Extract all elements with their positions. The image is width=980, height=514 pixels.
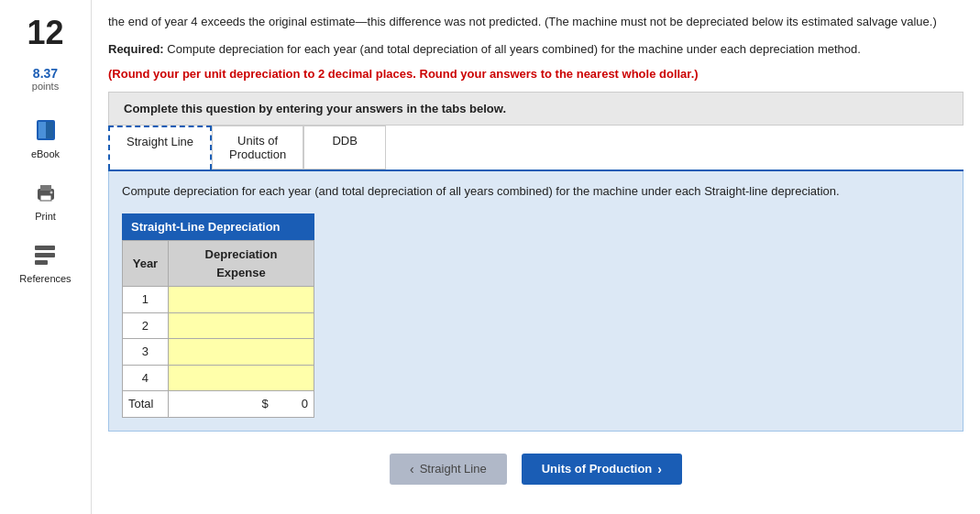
col-year-header: Year xyxy=(123,241,169,287)
content-description: Compute depreciation for each year (and … xyxy=(122,182,950,201)
table-row: 1 xyxy=(123,287,314,313)
table-title: Straight-Line Depreciation xyxy=(122,213,314,241)
tab-ddb[interactable]: DDB xyxy=(303,126,386,170)
instruction-box: Complete this question by entering your … xyxy=(108,92,963,126)
sidebar: 12 8.37 points eBook xyxy=(0,0,92,514)
total-row: Total $ 0 xyxy=(123,391,314,418)
svg-rect-2 xyxy=(46,122,53,138)
tabs-row: Straight Line Units ofProduction DDB xyxy=(108,126,963,171)
top-text: the end of year 4 exceeds the original e… xyxy=(108,13,963,31)
print-label: Print xyxy=(35,211,56,222)
main-content: the end of year 4 exceeds the original e… xyxy=(92,0,980,514)
svg-rect-1 xyxy=(39,122,46,138)
svg-rect-5 xyxy=(40,195,51,201)
prev-label: Straight Line xyxy=(420,462,487,476)
next-button[interactable]: Units of Production › xyxy=(522,454,682,485)
total-label: Total xyxy=(123,391,169,418)
nav-buttons: ‹ Straight Line Units of Production › xyxy=(108,454,963,485)
red-instruction: (Round your per unit depreciation to 2 d… xyxy=(108,67,963,81)
required-label: Required: xyxy=(108,42,164,56)
total-value: $ 0 xyxy=(168,391,314,418)
year-4: 4 xyxy=(123,365,169,391)
problem-number: 12 xyxy=(27,16,63,49)
svg-rect-7 xyxy=(35,246,55,250)
expense-input-3[interactable] xyxy=(168,339,314,366)
next-chevron-icon: › xyxy=(657,462,662,476)
required-text: Compute depreciation for each year (and … xyxy=(167,42,861,56)
print-icon xyxy=(31,178,61,207)
expense-input-4[interactable] xyxy=(168,365,314,391)
table-section: Straight-Line Depreciation Year Deprecia… xyxy=(122,213,950,418)
points-label: points xyxy=(32,81,59,92)
references-icon xyxy=(30,240,60,269)
svg-rect-4 xyxy=(40,185,51,191)
tab-straight-line[interactable]: Straight Line xyxy=(108,126,212,170)
points-value: 8.37 xyxy=(32,66,59,81)
table-row: 4 xyxy=(123,365,314,391)
year-2: 2 xyxy=(123,312,169,339)
svg-rect-9 xyxy=(35,260,48,265)
svg-point-6 xyxy=(50,191,52,194)
year-3: 3 xyxy=(123,339,169,366)
svg-rect-8 xyxy=(35,253,55,257)
references-button[interactable]: References xyxy=(19,240,71,284)
content-panel: Compute depreciation for each year (and … xyxy=(108,171,963,432)
expense-input-2[interactable] xyxy=(168,312,314,339)
expense-input-1[interactable] xyxy=(168,287,314,313)
references-label: References xyxy=(19,273,71,284)
tab-units-of-production[interactable]: Units ofProduction xyxy=(212,126,303,170)
year-1: 1 xyxy=(123,287,169,313)
ebook-icon xyxy=(31,115,61,145)
table-row: 2 xyxy=(123,312,314,339)
next-label: Units of Production xyxy=(542,462,653,476)
col-expense-header: Depreciation Expense xyxy=(168,241,314,287)
print-button[interactable]: Print xyxy=(31,178,61,222)
depreciation-table: Year Depreciation Expense 1 xyxy=(122,240,314,418)
table-row: 3 xyxy=(123,339,314,366)
prev-chevron-icon: ‹ xyxy=(410,462,414,476)
ebook-label: eBook xyxy=(31,148,60,159)
ebook-button[interactable]: eBook xyxy=(31,115,61,159)
prev-button[interactable]: ‹ Straight Line xyxy=(390,454,507,485)
